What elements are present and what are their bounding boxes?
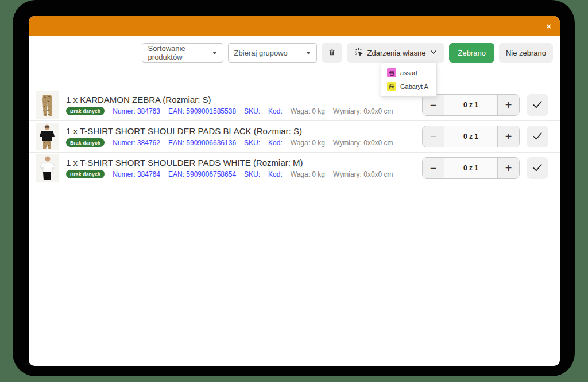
quantity-value: 0 z 1 bbox=[444, 126, 497, 147]
product-details: Brak danych Numer: 384764 EAN: 590900675… bbox=[66, 170, 422, 178]
product-sku: SKU: bbox=[244, 107, 260, 115]
product-ean: EAN: 5909006758654 bbox=[168, 170, 236, 178]
caret-down-icon bbox=[212, 52, 217, 54]
event-menu-item-assad[interactable]: assad bbox=[381, 66, 436, 80]
product-title: 1 x KARDAMON ZEBRA (Rozmiar: S) bbox=[66, 95, 422, 104]
event-menu-item-label: assad bbox=[400, 69, 417, 76]
product-kod: Kod: bbox=[268, 139, 283, 147]
picking-modal-window: × Sortowanie produktów Zbieraj grupowo Z… bbox=[29, 16, 560, 366]
confirm-check-button[interactable] bbox=[527, 126, 548, 147]
product-row: 1 x T-SHIRT SHORT SHOULDER PADS WHITE (R… bbox=[29, 153, 560, 184]
decrease-button[interactable]: − bbox=[423, 126, 444, 147]
trash-icon bbox=[328, 48, 336, 58]
zebra-pants-photo bbox=[36, 91, 59, 119]
product-title: 1 x T-SHIRT SHORT SHOULDER PADS WHITE (R… bbox=[66, 158, 422, 167]
product-sku: SKU: bbox=[244, 170, 260, 178]
cursor-click-icon bbox=[354, 47, 363, 59]
product-number: Numer: 384764 bbox=[113, 170, 160, 178]
product-number: Numer: 384762 bbox=[113, 139, 160, 147]
product-weight: Waga: 0 kg bbox=[291, 170, 325, 178]
confirm-check-button[interactable] bbox=[527, 94, 548, 116]
delete-button[interactable] bbox=[322, 43, 342, 63]
increase-button[interactable]: + bbox=[497, 95, 519, 115]
quantity-value: 0 z 1 bbox=[444, 158, 497, 178]
decrease-button[interactable]: − bbox=[423, 95, 444, 115]
product-number: Numer: 384763 bbox=[113, 107, 160, 115]
calendar-check-icon bbox=[387, 82, 396, 91]
sort-products-select[interactable]: Sortowanie produktów bbox=[142, 43, 223, 63]
product-info: 1 x T-SHIRT SHORT SHOULDER PADS WHITE (R… bbox=[66, 158, 422, 178]
product-kod: Kod: bbox=[268, 170, 283, 178]
quantity-stepper: − 0 z 1 + bbox=[422, 126, 520, 147]
product-info: 1 x T-SHIRT SHORT SHOULDER PADS BLACK (R… bbox=[66, 126, 422, 147]
product-info: 1 x KARDAMON ZEBRA (Rozmiar: S) Brak dan… bbox=[66, 95, 422, 115]
product-title: 1 x T-SHIRT SHORT SHOULDER PADS BLACK (R… bbox=[66, 126, 422, 136]
product-dimensions: Wymiary: 0x0x0 cm bbox=[333, 139, 393, 147]
product-weight: Waga: 0 kg bbox=[291, 139, 325, 147]
white-tshirt-photo bbox=[36, 154, 59, 182]
check-icon bbox=[532, 162, 543, 175]
product-dimensions: Wymiary: 0x0x0 cm bbox=[333, 107, 393, 115]
product-list: 1 x KARDAMON ZEBRA (Rozmiar: S) Brak dan… bbox=[29, 68, 560, 184]
row-controls: − 0 z 1 + bbox=[422, 157, 548, 179]
no-data-badge: Brak danych bbox=[66, 107, 105, 115]
quantity-stepper: − 0 z 1 + bbox=[422, 94, 520, 116]
not-collected-button[interactable]: Nie zebrano bbox=[499, 43, 553, 63]
quantity-value: 0 z 1 bbox=[444, 95, 497, 115]
product-dimensions: Wymiary: 0x0x0 cm bbox=[333, 170, 393, 178]
check-icon bbox=[532, 130, 543, 143]
list-header-spacer bbox=[29, 68, 560, 89]
no-data-badge: Brak danych bbox=[66, 138, 105, 147]
decrease-button[interactable]: − bbox=[423, 158, 444, 178]
caret-down-icon bbox=[306, 52, 311, 54]
product-details: Brak danych Numer: 384762 EAN: 590900663… bbox=[66, 138, 422, 147]
gift-icon bbox=[387, 68, 396, 77]
collect-group-select-value: Zbieraj grupowo bbox=[234, 49, 288, 57]
row-controls: − 0 z 1 + bbox=[422, 126, 548, 147]
close-button[interactable]: × bbox=[546, 22, 551, 30]
increase-button[interactable]: + bbox=[497, 158, 519, 178]
event-menu-item-label: Gabaryt A bbox=[400, 83, 428, 90]
product-ean: EAN: 5909006636136 bbox=[168, 139, 236, 147]
product-row: 1 x T-SHIRT SHORT SHOULDER PADS BLACK (R… bbox=[29, 121, 560, 153]
toolbar: Sortowanie produktów Zbieraj grupowo Zda… bbox=[29, 36, 560, 63]
sort-products-select-value: Sortowanie produktów bbox=[148, 44, 209, 61]
product-weight: Waga: 0 kg bbox=[291, 107, 325, 115]
product-details: Brak danych Numer: 384763 EAN: 590900158… bbox=[66, 107, 422, 115]
check-icon bbox=[532, 99, 543, 112]
product-sku: SKU: bbox=[244, 139, 260, 147]
chevron-down-icon bbox=[430, 48, 438, 58]
confirm-check-button[interactable] bbox=[527, 157, 548, 179]
product-ean: EAN: 5909001585538 bbox=[168, 107, 236, 115]
collected-button[interactable]: Zebrano bbox=[449, 43, 494, 63]
no-data-badge: Brak danych bbox=[66, 170, 105, 178]
increase-button[interactable]: + bbox=[497, 126, 519, 147]
product-row: 1 x KARDAMON ZEBRA (Rozmiar: S) Brak dan… bbox=[29, 89, 560, 121]
product-kod: Kod: bbox=[268, 107, 283, 115]
black-tshirt-photo bbox=[36, 123, 59, 150]
row-controls: − 0 z 1 + bbox=[422, 94, 548, 116]
custom-events-button[interactable]: Zdarzenia własne bbox=[347, 43, 445, 63]
collect-group-select[interactable]: Zbieraj grupowo bbox=[228, 43, 317, 63]
event-menu-item-gabaryt-a[interactable]: Gabaryt A bbox=[381, 80, 436, 93]
custom-events-button-label: Zdarzenia własne bbox=[368, 49, 426, 57]
quantity-stepper: − 0 z 1 + bbox=[422, 157, 520, 179]
custom-events-menu: assad Gabaryt A bbox=[381, 63, 437, 97]
modal-header: × bbox=[29, 16, 560, 36]
